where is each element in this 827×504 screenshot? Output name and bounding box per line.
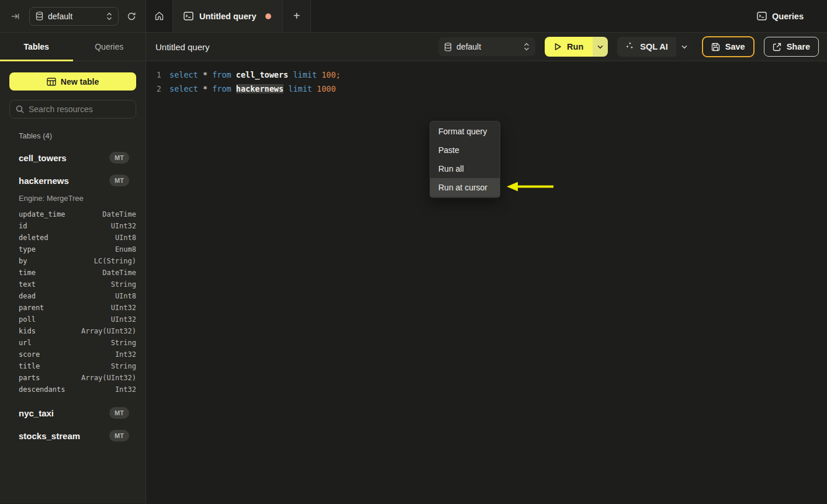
column-name: deleted (19, 234, 49, 242)
queries-button[interactable]: Queries (748, 0, 827, 32)
top-bar: default Untitled query (0, 0, 827, 33)
column-row: partsArray(UInt32) (19, 372, 136, 384)
column-row: textString (19, 279, 136, 290)
column-row: timeDateTime (19, 267, 136, 279)
share-button[interactable]: Share (764, 37, 819, 57)
tables-section-label: Tables (4) (9, 131, 136, 140)
column-type: Enum8 (115, 245, 136, 253)
context-menu-item-run-at-cursor[interactable]: Run at cursor (430, 178, 500, 197)
column-row: scoreInt32 (19, 349, 136, 360)
column-type: String (111, 362, 136, 370)
refresh-icon[interactable] (126, 11, 137, 22)
code-text: select * from cell_towers limit 100; (161, 70, 341, 79)
column-name: url (19, 339, 32, 347)
share-icon (773, 43, 781, 51)
code-line[interactable]: 1select * from cell_towers limit 100; (146, 68, 827, 82)
column-type: Int32 (115, 385, 136, 394)
new-table-label: New table (61, 77, 99, 86)
column-type: Array(UInt32) (81, 327, 136, 335)
run-button[interactable]: Run (545, 37, 593, 57)
code-token: limit (288, 84, 312, 93)
column-type: String (111, 280, 136, 289)
terminal-icon (184, 12, 193, 20)
topbar-left-section: default (0, 0, 146, 32)
save-button[interactable]: Save (702, 36, 755, 57)
table-row-nyc-taxi[interactable]: nyc_taxi MT (9, 404, 136, 422)
collapse-sidebar-icon[interactable] (8, 9, 22, 23)
terminal-icon (757, 12, 767, 20)
sql-ai-button[interactable]: SQL AI (617, 37, 676, 57)
column-name: dead (19, 292, 36, 300)
sidebar-tab-queries[interactable]: Queries (73, 33, 146, 61)
column-name: time (19, 269, 36, 277)
save-button-label: Save (725, 42, 745, 51)
column-name: score (19, 350, 40, 359)
new-tab-button[interactable]: + (283, 0, 311, 32)
engine-badge: MT (109, 152, 129, 164)
column-row: typeEnum8 (19, 244, 136, 255)
table-row-stocks-stream[interactable]: stocks_stream MT (9, 426, 136, 445)
context-menu-item-paste[interactable]: Paste (430, 141, 500, 159)
code-token: from (212, 84, 231, 93)
sql-ai-split-button: SQL AI (617, 37, 693, 57)
home-button[interactable] (146, 0, 173, 32)
column-row: deletedUInt8 (19, 232, 136, 244)
code-token: select (169, 84, 198, 93)
run-button-label: Run (567, 42, 583, 51)
context-menu-item-run-all[interactable]: Run all (430, 159, 500, 178)
engine-label: Engine: MergeTree (9, 194, 136, 203)
code-token (231, 84, 236, 93)
engine-badge: MT (109, 407, 129, 419)
column-name: parts (19, 374, 40, 382)
table-row-cell-towers[interactable]: cell_towers MT (9, 148, 136, 167)
code-token: hackernews (236, 84, 283, 93)
column-name: id (19, 222, 27, 230)
query-header: Untitled query default (146, 33, 827, 61)
query-toolbar: default Run (438, 36, 819, 57)
sql-ai-options-button[interactable] (676, 37, 693, 57)
column-row: parentUInt32 (19, 302, 136, 314)
run-options-button[interactable] (593, 37, 608, 57)
code-token: 100; (321, 70, 341, 79)
sidebar: Tables Queries New table Tables (4) (0, 33, 146, 503)
column-list: update_timeDateTimeidUInt32deletedUInt8t… (9, 208, 136, 395)
search-box[interactable] (9, 100, 136, 119)
sidebar-tab-tables[interactable]: Tables (0, 33, 73, 61)
tab-untitled-query[interactable]: Untitled query (173, 0, 283, 32)
column-name: update_time (19, 210, 65, 218)
queries-button-label: Queries (772, 12, 804, 21)
toolbar-database-selector[interactable]: default (438, 37, 535, 56)
column-name: parent (19, 304, 44, 312)
run-split-button: Run (545, 37, 608, 57)
search-input[interactable] (29, 105, 130, 114)
column-name: text (19, 280, 36, 289)
code-token: limit (293, 70, 317, 79)
column-type: UInt32 (111, 222, 136, 230)
column-name: by (19, 257, 27, 265)
topbar-spacer (311, 0, 748, 32)
database-selector-value: default (48, 12, 72, 21)
code-line[interactable]: 2select * from hackernews limit 1000 (146, 82, 827, 96)
column-row: byLC(String) (19, 255, 136, 267)
column-row: pollUInt32 (19, 314, 136, 325)
share-button-label: Share (787, 42, 810, 51)
new-table-button[interactable]: New table (9, 72, 136, 91)
save-icon (711, 43, 720, 51)
column-type: LC(String) (94, 257, 136, 265)
column-row: titleString (19, 360, 136, 372)
context-menu-item-format-query[interactable]: Format query (430, 122, 500, 141)
code-token (317, 70, 321, 79)
query-title: Untitled query (155, 42, 210, 52)
sparkles-icon (625, 42, 635, 51)
table-name: cell_towers (19, 153, 67, 163)
table-row-hackernews[interactable]: hackernews MT (9, 171, 136, 190)
column-name: type (19, 245, 36, 253)
table-grid-icon (47, 78, 56, 86)
code-token: select (169, 70, 198, 79)
column-row: idUInt32 (19, 220, 136, 232)
main-pane: Untitled query default (146, 33, 827, 503)
code-token (312, 84, 317, 93)
code-token: from (212, 70, 231, 79)
column-type: UInt32 (111, 304, 136, 312)
database-selector[interactable]: default (29, 7, 119, 26)
